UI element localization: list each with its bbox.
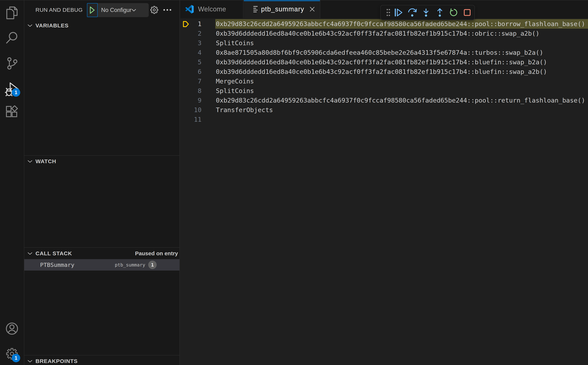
account-icon: [6, 322, 18, 335]
source-control-icon: [6, 57, 18, 70]
toolbar-drag-handle[interactable]: [383, 5, 394, 20]
file-list-icon: [253, 6, 258, 13]
chevron-down-icon: [27, 360, 33, 363]
line-number: 10: [180, 105, 202, 115]
tab-ptb-summary[interactable]: ptb_summary: [244, 0, 320, 18]
debug-step-out-icon: [436, 8, 444, 17]
activity-item-settings[interactable]: 1: [0, 342, 24, 365]
search-icon: [6, 31, 18, 44]
code-line[interactable]: 7 MergeCoins: [180, 77, 588, 86]
debug-step-out-button[interactable]: [434, 5, 445, 20]
chevron-down-icon: [27, 160, 33, 163]
line-text: 0xb39d6dddedd16ed8a40ce0b1e6b43c92acf0ff…: [215, 29, 588, 38]
debug-step-into-icon: [422, 8, 430, 17]
line-number: 6: [180, 67, 202, 77]
gear-icon: [150, 6, 158, 14]
debug-step-into-button[interactable]: [421, 5, 431, 20]
debug-step-over-button[interactable]: [407, 5, 418, 20]
code-line[interactable]: 5 0xb39d6dddedd16ed8a40ce0b1e6b43c92acf0…: [180, 57, 588, 67]
editor-group: Welcome ptb_summary: [180, 0, 588, 365]
debug-continue-icon: [395, 8, 403, 17]
code-line[interactable]: 10 TransferObjects: [180, 105, 588, 115]
stack-frame-badge: 1: [148, 261, 157, 269]
line-text: [215, 115, 588, 124]
debug-restart-icon: [449, 8, 458, 17]
pane-label: BREAKPOINTS: [35, 358, 78, 364]
line-text: SplitCoins: [215, 86, 588, 96]
debug-stop-button[interactable]: [462, 5, 473, 20]
sidebar-run-and-debug: RUN AND DEBUG No Configur: [24, 0, 180, 365]
code-line[interactable]: 9 0xb29d83c26cdd2a64959263abbcfc4a6937f0…: [180, 96, 588, 105]
debug-restart-button[interactable]: [448, 5, 459, 20]
line-text: 0xb29d83c26cdd2a64959263abbcfc4a6937f0c9…: [215, 96, 588, 105]
activity-item-source-control[interactable]: [0, 51, 24, 76]
pane-label: VARIABLES: [35, 22, 69, 29]
debug-config-picker[interactable]: No Configur: [87, 3, 149, 17]
vscode-window: 1 1 RUN AND DEB: [0, 0, 588, 365]
sidebar-title-bar: RUN AND DEBUG No Configur: [24, 0, 179, 20]
code-line[interactable]: 6 0xb39d6dddedd16ed8a40ce0b1e6b43c92acf0…: [180, 67, 588, 77]
pane-label: CALL STACK: [35, 250, 72, 257]
stack-frame-source: ptb_summary: [115, 259, 145, 271]
settings-badge: 1: [12, 354, 20, 362]
code-line[interactable]: 3 SplitCoins: [180, 38, 588, 48]
activity-item-accounts[interactable]: [0, 316, 24, 341]
views-more-actions-button[interactable]: [162, 0, 173, 20]
sidebar-title: RUN AND DEBUG: [35, 0, 83, 20]
pane-header-breakpoints[interactable]: BREAKPOINTS: [24, 355, 179, 365]
code-line[interactable]: 11: [180, 115, 588, 124]
ellipsis-icon: [163, 9, 171, 11]
line-number: 4: [180, 48, 202, 57]
stack-frame-name: PTBSummary: [40, 259, 74, 271]
close-icon[interactable]: [309, 7, 315, 12]
activity-item-explorer[interactable]: [0, 1, 24, 25]
debug-badge: 1: [12, 88, 20, 97]
code-line[interactable]: 1 0xb29d83c26cdd2a64959263abbcfc4a6937f0…: [180, 19, 588, 29]
activity-bar: 1 1: [0, 0, 24, 365]
line-text: SplitCoins: [215, 38, 588, 48]
tab-welcome[interactable]: Welcome: [180, 0, 243, 18]
chevron-down-icon: [27, 24, 33, 27]
debug-stackframe-icon: [183, 21, 189, 28]
vscode-logo-icon: [185, 5, 194, 14]
debug-start-button[interactable]: [87, 3, 98, 17]
debug-continue-button[interactable]: [393, 5, 404, 20]
chevron-down-icon: [27, 252, 33, 255]
grabber-icon: [387, 9, 390, 16]
line-number: 3: [180, 38, 202, 48]
line-number: 9: [180, 96, 202, 105]
call-stack-status: Paused on entry: [135, 250, 178, 257]
extensions-icon: [6, 105, 18, 118]
debug-toolbar: [380, 5, 475, 20]
debug-settings-gear-button[interactable]: [149, 0, 160, 20]
line-number: 8: [180, 86, 202, 96]
line-number: 7: [180, 77, 202, 86]
line-text: 0xb39d6dddedd16ed8a40ce0b1e6b43c92acf0ff…: [215, 67, 588, 77]
line-text: 0xb39d6dddedd16ed8a40ce0b1e6b43c92acf0ff…: [215, 57, 588, 67]
activity-item-extensions[interactable]: [0, 100, 24, 124]
line-text: 0xb29d83c26cdd2a64959263abbcfc4a6937f0c9…: [215, 19, 588, 29]
line-number: 5: [180, 57, 202, 67]
play-icon: [90, 6, 95, 14]
window-top-border: [0, 0, 588, 0]
files-icon: [6, 6, 18, 20]
debug-step-over-icon: [408, 8, 417, 17]
pane-header-variables[interactable]: VARIABLES: [24, 20, 179, 31]
chevron-down-icon: [131, 8, 136, 12]
pane-header-call-stack[interactable]: CALL STACK Paused on entry: [24, 247, 179, 259]
debug-stop-icon: [464, 9, 471, 16]
code-line[interactable]: 2 0xb39d6dddedd16ed8a40ce0b1e6b43c92acf0…: [180, 29, 588, 38]
code-line[interactable]: 8 SplitCoins: [180, 86, 588, 96]
tab-label: ptb_summary: [261, 0, 304, 18]
code-line[interactable]: 4 0x8ae871505a80d8bf6bf9c05906cda6edfeea…: [180, 48, 588, 57]
call-stack-frame-row[interactable]: PTBSummary ptb_summary 1: [24, 259, 179, 271]
line-text: TransferObjects: [215, 105, 588, 115]
line-text: 0x8ae871505a80d8bf6bf9c05906cda6edfeea46…: [215, 48, 588, 57]
activity-item-run-and-debug[interactable]: 1: [0, 77, 24, 101]
debug-config-label: No Configur: [101, 3, 132, 17]
pane-label: WATCH: [35, 158, 56, 164]
code-area[interactable]: 1 0xb29d83c26cdd2a64959263abbcfc4a6937f0…: [180, 18, 588, 365]
line-number: 11: [180, 115, 202, 124]
activity-item-search[interactable]: [0, 26, 24, 50]
pane-header-watch[interactable]: WATCH: [24, 155, 179, 167]
